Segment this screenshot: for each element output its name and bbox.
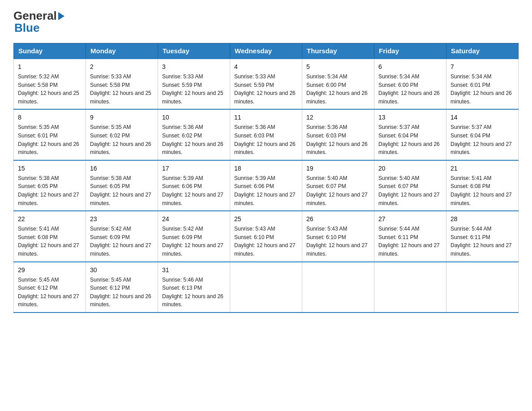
calendar-week-row: 8 Sunrise: 5:35 AMSunset: 6:01 PMDayligh… <box>14 109 519 160</box>
calendar-cell: 30 Sunrise: 5:45 AMSunset: 6:12 PMDaylig… <box>86 262 158 313</box>
calendar-cell: 7 Sunrise: 5:34 AMSunset: 6:01 PMDayligh… <box>446 59 519 109</box>
calendar-cell: 21 Sunrise: 5:41 AMSunset: 6:08 PMDaylig… <box>446 160 519 211</box>
day-info: Sunrise: 5:36 AMSunset: 6:02 PMDaylight:… <box>162 123 226 156</box>
day-info: Sunrise: 5:33 AMSunset: 5:59 PMDaylight:… <box>234 73 298 106</box>
weekday-header-friday: Friday <box>374 43 446 59</box>
day-number: 6 <box>378 62 442 72</box>
weekday-header-monday: Monday <box>86 43 158 59</box>
day-number: 22 <box>18 214 82 224</box>
calendar-cell <box>446 262 519 313</box>
calendar-cell: 24 Sunrise: 5:42 AMSunset: 6:09 PMDaylig… <box>158 211 230 261</box>
day-info: Sunrise: 5:39 AMSunset: 6:06 PMDaylight:… <box>234 174 298 207</box>
calendar-cell: 8 Sunrise: 5:35 AMSunset: 6:01 PMDayligh… <box>14 109 86 160</box>
logo: General Blue <box>13 9 66 35</box>
weekday-header-sunday: Sunday <box>14 43 86 59</box>
day-info: Sunrise: 5:33 AMSunset: 5:59 PMDaylight:… <box>162 73 226 106</box>
day-number: 30 <box>90 265 154 275</box>
calendar-cell: 14 Sunrise: 5:37 AMSunset: 6:04 PMDaylig… <box>446 109 519 160</box>
day-number: 17 <box>162 164 226 173</box>
day-info: Sunrise: 5:46 AMSunset: 6:13 PMDaylight:… <box>162 276 226 309</box>
day-info: Sunrise: 5:44 AMSunset: 6:11 PMDaylight:… <box>378 225 442 258</box>
calendar-header-row: SundayMondayTuesdayWednesdayThursdayFrid… <box>14 43 519 59</box>
calendar-cell: 17 Sunrise: 5:39 AMSunset: 6:06 PMDaylig… <box>158 160 230 211</box>
day-number: 14 <box>450 113 514 122</box>
day-info: Sunrise: 5:45 AMSunset: 6:12 PMDaylight:… <box>90 276 154 309</box>
day-info: Sunrise: 5:36 AMSunset: 6:03 PMDaylight:… <box>234 123 298 156</box>
day-info: Sunrise: 5:39 AMSunset: 6:06 PMDaylight:… <box>162 174 226 207</box>
calendar-cell: 12 Sunrise: 5:36 AMSunset: 6:03 PMDaylig… <box>302 109 374 160</box>
calendar-cell: 16 Sunrise: 5:38 AMSunset: 6:05 PMDaylig… <box>86 160 158 211</box>
day-info: Sunrise: 5:34 AMSunset: 6:00 PMDaylight:… <box>306 73 370 106</box>
calendar-cell: 4 Sunrise: 5:33 AMSunset: 5:59 PMDayligh… <box>230 59 302 109</box>
day-number: 27 <box>378 214 442 224</box>
day-number: 2 <box>90 62 154 72</box>
calendar-week-row: 29 Sunrise: 5:45 AMSunset: 6:12 PMDaylig… <box>14 262 519 313</box>
calendar-cell <box>302 262 374 313</box>
calendar-cell: 19 Sunrise: 5:40 AMSunset: 6:07 PMDaylig… <box>302 160 374 211</box>
day-number: 4 <box>234 62 298 72</box>
day-info: Sunrise: 5:34 AMSunset: 6:00 PMDaylight:… <box>378 73 442 106</box>
day-number: 24 <box>162 214 226 224</box>
day-info: Sunrise: 5:42 AMSunset: 6:09 PMDaylight:… <box>90 225 154 258</box>
day-info: Sunrise: 5:37 AMSunset: 6:04 PMDaylight:… <box>450 123 514 156</box>
day-number: 8 <box>18 113 82 122</box>
day-info: Sunrise: 5:40 AMSunset: 6:07 PMDaylight:… <box>306 174 370 207</box>
calendar-cell: 31 Sunrise: 5:46 AMSunset: 6:13 PMDaylig… <box>158 262 230 313</box>
logo-blue-text: Blue <box>14 21 39 34</box>
day-number: 25 <box>234 214 298 224</box>
calendar-cell: 11 Sunrise: 5:36 AMSunset: 6:03 PMDaylig… <box>230 109 302 160</box>
calendar-cell: 27 Sunrise: 5:44 AMSunset: 6:11 PMDaylig… <box>374 211 446 261</box>
day-info: Sunrise: 5:42 AMSunset: 6:09 PMDaylight:… <box>162 225 226 258</box>
day-number: 7 <box>450 62 514 72</box>
day-number: 28 <box>450 214 514 224</box>
day-info: Sunrise: 5:34 AMSunset: 6:01 PMDaylight:… <box>450 73 514 106</box>
day-info: Sunrise: 5:43 AMSunset: 6:10 PMDaylight:… <box>306 225 370 258</box>
calendar-cell: 13 Sunrise: 5:37 AMSunset: 6:04 PMDaylig… <box>374 109 446 160</box>
day-info: Sunrise: 5:38 AMSunset: 6:05 PMDaylight:… <box>90 174 154 207</box>
page-header: General Blue <box>13 9 519 35</box>
calendar-table: SundayMondayTuesdayWednesdayThursdayFrid… <box>13 43 519 313</box>
day-info: Sunrise: 5:45 AMSunset: 6:12 PMDaylight:… <box>18 276 82 309</box>
day-info: Sunrise: 5:41 AMSunset: 6:08 PMDaylight:… <box>450 174 514 207</box>
calendar-cell <box>374 262 446 313</box>
calendar-cell: 9 Sunrise: 5:35 AMSunset: 6:02 PMDayligh… <box>86 109 158 160</box>
day-number: 18 <box>234 164 298 173</box>
day-number: 5 <box>306 62 370 72</box>
day-number: 10 <box>162 113 226 122</box>
day-number: 3 <box>162 62 226 72</box>
day-info: Sunrise: 5:43 AMSunset: 6:10 PMDaylight:… <box>234 225 298 258</box>
calendar-cell: 10 Sunrise: 5:36 AMSunset: 6:02 PMDaylig… <box>158 109 230 160</box>
day-info: Sunrise: 5:33 AMSunset: 5:58 PMDaylight:… <box>90 73 154 106</box>
calendar-cell: 28 Sunrise: 5:44 AMSunset: 6:11 PMDaylig… <box>446 211 519 261</box>
calendar-cell: 25 Sunrise: 5:43 AMSunset: 6:10 PMDaylig… <box>230 211 302 261</box>
day-info: Sunrise: 5:44 AMSunset: 6:11 PMDaylight:… <box>450 225 514 258</box>
day-number: 21 <box>450 164 514 173</box>
calendar-cell: 23 Sunrise: 5:42 AMSunset: 6:09 PMDaylig… <box>86 211 158 261</box>
day-number: 11 <box>234 113 298 122</box>
day-info: Sunrise: 5:40 AMSunset: 6:07 PMDaylight:… <box>378 174 442 207</box>
day-number: 16 <box>90 164 154 173</box>
day-number: 9 <box>90 113 154 122</box>
calendar-cell: 18 Sunrise: 5:39 AMSunset: 6:06 PMDaylig… <box>230 160 302 211</box>
calendar-week-row: 1 Sunrise: 5:32 AMSunset: 5:58 PMDayligh… <box>14 59 519 109</box>
day-info: Sunrise: 5:35 AMSunset: 6:01 PMDaylight:… <box>18 123 82 156</box>
calendar-cell: 26 Sunrise: 5:43 AMSunset: 6:10 PMDaylig… <box>302 211 374 261</box>
weekday-header-wednesday: Wednesday <box>230 43 302 59</box>
calendar-week-row: 22 Sunrise: 5:41 AMSunset: 6:08 PMDaylig… <box>14 211 519 261</box>
day-info: Sunrise: 5:41 AMSunset: 6:08 PMDaylight:… <box>18 225 82 258</box>
calendar-cell: 2 Sunrise: 5:33 AMSunset: 5:58 PMDayligh… <box>86 59 158 109</box>
calendar-cell: 22 Sunrise: 5:41 AMSunset: 6:08 PMDaylig… <box>14 211 86 261</box>
day-info: Sunrise: 5:38 AMSunset: 6:05 PMDaylight:… <box>18 174 82 207</box>
day-info: Sunrise: 5:35 AMSunset: 6:02 PMDaylight:… <box>90 123 154 156</box>
weekday-header-tuesday: Tuesday <box>158 43 230 59</box>
calendar-cell <box>230 262 302 313</box>
calendar-cell: 5 Sunrise: 5:34 AMSunset: 6:00 PMDayligh… <box>302 59 374 109</box>
calendar-cell: 29 Sunrise: 5:45 AMSunset: 6:12 PMDaylig… <box>14 262 86 313</box>
day-number: 13 <box>378 113 442 122</box>
day-info: Sunrise: 5:37 AMSunset: 6:04 PMDaylight:… <box>378 123 442 156</box>
day-number: 31 <box>162 265 226 275</box>
calendar-cell: 3 Sunrise: 5:33 AMSunset: 5:59 PMDayligh… <box>158 59 230 109</box>
calendar-week-row: 15 Sunrise: 5:38 AMSunset: 6:05 PMDaylig… <box>14 160 519 211</box>
day-number: 19 <box>306 164 370 173</box>
day-number: 12 <box>306 113 370 122</box>
